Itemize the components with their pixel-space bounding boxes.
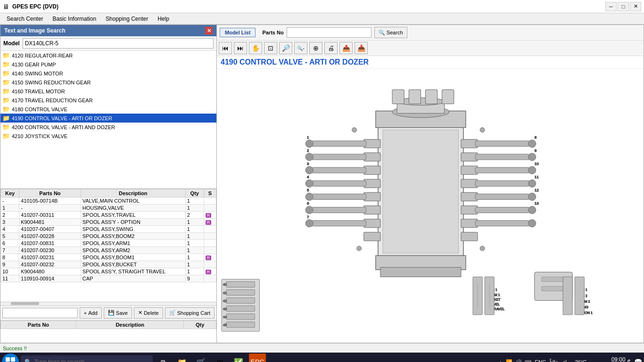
svg-point-40 [305,193,313,200]
title-bar-left: 🖥 GPES EPC (DVD) [3,3,58,10]
temperature: 26°C [575,359,586,362]
panel-close-button[interactable]: ✕ [205,27,213,34]
tray-arrow[interactable]: ▲ [498,360,503,362]
export-button[interactable]: 📤 [339,42,353,54]
table-row[interactable]: 5410207-00228SPOOL ASSY,BOOM21 [1,232,216,239]
model-label: Model [3,40,20,47]
svg-point-47 [528,193,536,200]
delete-button[interactable]: ✕ Delete [134,307,163,319]
svg-rect-32 [475,181,530,186]
delete-label: Delete [144,310,159,316]
tree-item-selected[interactable]: 📁 4190 CONTROL VALVE - ARTI OR DOZER [0,114,216,123]
close-button[interactable]: ✕ [630,2,641,11]
scrollbar-thumb[interactable] [11,302,39,305]
tree-item[interactable]: 📁 4150 SWING REDUCTION GEAR [0,78,216,87]
menu-help[interactable]: Help [153,15,174,23]
cart-row [1,329,216,343]
table-row[interactable]: 7410207-00230SPOOL ASSY,ARM21 [1,247,216,254]
tree-item[interactable]: 📁 4120 REGULATOR-REAR [0,51,216,60]
save-button[interactable]: 💾 Save [104,307,132,319]
svg-rect-33 [475,194,530,199]
cart-icon: 🛒 [169,310,176,316]
last-button[interactable]: ⏭ [234,42,247,54]
tree-item[interactable]: 📁 4170 TRAVEL REDUCTION GEAR [0,96,216,105]
table-row[interactable]: 2410207-00311SPOOL ASSY,TRAVEL2R [1,211,216,218]
taskbar-search[interactable]: 🔍 [21,355,153,362]
tree-label: 4160 TRAVEL MOTOR [12,89,65,94]
tree-item[interactable]: 📁 4160 TRAVEL MOTOR [0,87,216,96]
menu-shopping-center[interactable]: Shopping Center [101,15,153,23]
table-row[interactable]: 4410207-00407SPOOL ASSY,SWING1 [1,225,216,232]
add-button[interactable]: + Add [80,307,102,319]
svg-rect-58 [542,286,565,291]
system-tray: ▲ 📶 🔊 ⌨ [498,359,531,362]
table-row[interactable]: 10K9004480SPOOL ASS'Y, STRAIGHT TRAVEL1R [1,268,216,275]
table-row[interactable]: 9410207-00232SPOOL ASSY,BUCKET1 [1,261,216,268]
svg-text:11: 11 [535,175,539,179]
taskbar-task-view[interactable]: ⧉ [155,354,172,362]
taskbar-store[interactable]: 🛒 [192,354,209,362]
win-square [11,357,15,362]
table-row[interactable]: 6410207-00831SPOOL ASSY,ARM11 [1,239,216,247]
zoom-in-button[interactable]: 🔎 [279,42,292,54]
taskbar-epc[interactable]: EPC [249,354,266,362]
diagram-area[interactable]: 1 2 3 4 5 6 7 8 9 10 11 12 13 ARM 1 BO [217,69,644,343]
zoom-fit-button[interactable]: ⊡ [264,42,277,54]
menu-search-center[interactable]: Search Center [2,15,48,23]
zoom-out-button[interactable]: 🔍- [294,42,307,54]
network-icon: 📶 [506,359,512,362]
model-input[interactable] [23,38,214,49]
first-button[interactable]: ⏮ [219,42,232,54]
search-icon: 🔍 [379,30,385,36]
menu-basic-info[interactable]: Basic Information [48,15,101,23]
shopping-cart-button[interactable]: 🛒 Shopping Cart [165,307,215,319]
notifications-icon[interactable]: 💬 [634,358,642,362]
parts-search-input[interactable] [2,308,78,318]
taskbar-file-explorer[interactable]: 📁 [173,354,190,362]
svg-rect-90 [563,277,572,314]
svg-rect-24 [312,167,366,173]
title-bar: 🖥 GPES EPC (DVD) ─ □ ✕ [0,0,644,13]
tree-item[interactable]: 📁 4200 CONTROL VALVE - ARTI AND DOZER [0,123,216,132]
svg-rect-94 [226,289,255,295]
tree-item[interactable]: 📁 4140 SWING MOTOR [0,69,216,78]
start-button[interactable] [2,354,19,362]
model-list-button[interactable]: Model List [220,28,256,37]
maximize-button[interactable]: □ [618,2,629,11]
tree-container[interactable]: 📁 4120 REGULATOR-REAR 📁 4130 GEAR PUMP 📁… [0,51,216,189]
table-row[interactable]: 1-HOUSING,VALVE1 [1,204,216,211]
folder-icon: 📁 [2,79,10,86]
search-button[interactable]: 🔍 Search [374,27,407,38]
tree-label: 4130 GEAR PUMP [12,62,56,67]
svg-point-49 [528,220,536,227]
import-button[interactable]: 📥 [355,42,368,54]
taskbar-mail[interactable]: ✉ [211,354,228,362]
svg-rect-97 [226,314,255,320]
parts-no-input[interactable] [287,27,372,38]
svg-text:13: 13 [535,201,539,206]
right-toolbar: Model List Parts No 🔍 Search [217,25,644,41]
svg-point-42 [305,220,313,227]
taskbar-search-input[interactable] [34,359,129,362]
horizontal-scrollbar[interactable] [0,302,216,305]
minimize-button[interactable]: ─ [605,2,617,11]
svg-rect-98 [226,322,255,328]
table-row[interactable]: 11110910-00914CAP9 [1,275,216,282]
pan-button[interactable]: ✋ [249,42,262,54]
language-indicator[interactable]: ENG [535,359,546,362]
tree-label: 4140 SWING MOTOR [12,71,63,76]
parts-table-body: -410105-00714BVALVE,MAIN CONTROL1 1-HOUS… [1,197,216,282]
tree-item[interactable]: 📁 4130 GEAR PUMP [0,60,216,69]
svg-point-46 [528,180,536,187]
parts-table-container[interactable]: Key Parts No Description Qty S -410105-0… [0,189,216,302]
taskbar-check[interactable]: ✅ [230,354,247,362]
svg-rect-51 [409,90,421,104]
svg-point-48 [528,206,536,214]
zoom-select-button[interactable]: ⊕ [309,42,322,54]
table-row[interactable]: 8410207-00231SPOOL ASSY,BOOM11R [1,254,216,261]
tree-item[interactable]: 📁 4210 JOYSTICK VALVE [0,132,216,140]
table-row[interactable]: -410105-00714BVALVE,MAIN CONTROL1 [1,197,216,204]
print-button[interactable]: 🖨 [324,42,338,54]
table-row[interactable]: 3K9004481SPOOL ASS'Y - OPTION1R [1,218,216,225]
tree-item[interactable]: 📁 4180 CONTROL VALVE [0,105,216,114]
